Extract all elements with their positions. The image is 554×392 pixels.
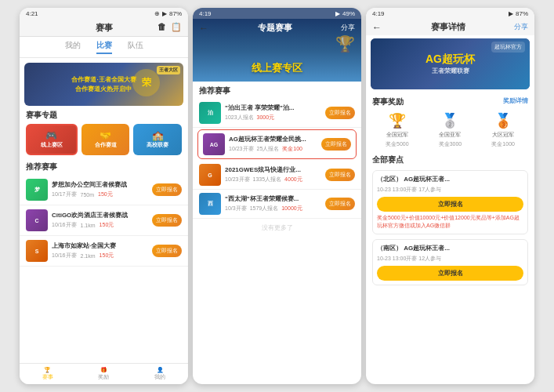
share-btn-2[interactable]: 分享 <box>341 23 355 33</box>
phone-screen-1: 4:21 ⊕ ▶ 87% 赛事 🗑 📋 我的 比赛 队伍 合作赛道·王者全国大赛… <box>20 8 188 384</box>
back-arrow-2[interactable]: ← <box>199 23 208 34</box>
bluetooth-icon: ⊕ <box>154 10 160 17</box>
tab-team[interactable]: 队伍 <box>128 40 143 54</box>
p2-name-2: AG超玩杯王者荣耀全民挑... <box>229 136 317 143</box>
reg-btn-south[interactable]: 立即报名 <box>377 266 523 281</box>
p2-meta-2: 10/23开赛 25人报名 奖金100 <box>229 145 317 153</box>
register-btn-3[interactable]: 立即报名 <box>152 245 182 257</box>
match-prize-1: 150元 <box>98 191 113 198</box>
p2-match-1: 泊 "泊出王者 享荣荣耀"泊... 1023人报名 3000元 立即报名 <box>193 99 361 128</box>
match-card-south-date: 10-23 13:00开赛 <box>377 256 417 261</box>
status-bar-2: 4:19 ▶ 49% <box>193 8 361 19</box>
all-matches-title: 全部赛点 <box>366 152 534 168</box>
banner-deco-2: 🏆 <box>335 34 355 53</box>
nav-title-1: 赛事 <box>96 23 113 32</box>
register-btn-2[interactable]: 立即报名 <box>152 214 182 227</box>
trophy-silver-label: 全国亚军 <box>439 131 461 139</box>
p2-register-4[interactable]: 立即报名 <box>325 198 355 210</box>
match-dist-1: 750m <box>81 192 95 198</box>
p2-register-1[interactable]: 立即报名 <box>325 107 355 119</box>
p2-name-4: "西太湖"杯王者荣耀候赛... <box>225 195 321 203</box>
p2-register-3[interactable]: 立即报名 <box>325 169 355 181</box>
trophy-gold-desc: 奖金5000 <box>386 140 409 148</box>
match-item-1: 梦 梦想加办公空间王者候赛战 10/17开赛 750m 150元 立即报名 <box>20 175 188 205</box>
phone3-banner: AG超玩杯 王者荣耀联赛 超玩杯官方 <box>371 38 530 89</box>
cat-online-label: 线上赛区 <box>41 141 63 149</box>
match-card-north-date: 10-23 13:00开赛 <box>377 187 417 192</box>
trophy-silver: 🥈 全国亚军 奖金3000 <box>439 112 462 148</box>
share-btn-3[interactable]: 分享 <box>514 22 528 32</box>
p2-prize-2: 奖金100 <box>282 145 302 153</box>
section-title-1: 赛事专题 <box>20 106 188 124</box>
trophy-gold: 🏆 全国冠军 奖金5000 <box>386 112 409 148</box>
p2-match-4: 西 "西太湖"杯王者荣耀候赛... 10/3开赛 1579人报名 10000元 … <box>193 190 361 219</box>
p2-participants-2: 25人报名 <box>257 145 280 153</box>
phone3-title: 赛事详情 <box>431 21 465 33</box>
match-item-2: C CitiGO欢尚酒店王者候赛战 10/16开赛 1.1km 150元 立即报… <box>20 205 188 236</box>
signal-icon: ▶ <box>162 10 167 17</box>
main-banner-1: 合作赛道·王者全国大赛合作赛道火热开启中 王者大区 荣 <box>24 63 183 106</box>
cat-online-icon: 🎮 <box>41 130 63 141</box>
match-card-south-participants: 12人参与 <box>418 256 441 261</box>
tab-row-1: 我的 比赛 队伍 <box>20 37 188 58</box>
match-name-1: 梦想加办公空间王者候赛战 <box>52 181 148 189</box>
nav-icons-1: 🗑 📋 <box>158 22 182 32</box>
banner-title-2: 线上赛专区 <box>252 61 302 75</box>
clipboard-icon[interactable]: 📋 <box>171 22 182 32</box>
phone2-top-nav: ← 专题赛事 分享 <box>193 19 361 37</box>
trophy-silver-icon: 🥈 <box>441 112 458 129</box>
category-row: 🎮 线上赛区 🤝 合作赛道 🏫 高校联赛 <box>20 124 188 159</box>
phone-screen-2: 4:19 ▶ 49% ← 专题赛事 分享 线上赛专区 🏆 推荐赛事 泊 "泊出王… <box>193 8 361 384</box>
match-card-north-region: （北区） <box>377 176 402 183</box>
prize-title: 赛事奖励 奖励详情 <box>372 96 528 107</box>
cat-college-icon: 🏫 <box>147 130 168 141</box>
register-btn-1[interactable]: 立即报名 <box>152 183 182 196</box>
trophy-gold-label: 全国冠军 <box>386 131 408 139</box>
cat-college-label: 高校联赛 <box>147 141 168 149</box>
match-item-3: S 上海市如家站·全国大赛 10/16开赛 2.1km 150元 立即报名 <box>20 236 188 267</box>
cat-partner-label: 合作赛道 <box>95 141 117 149</box>
prize-detail-link[interactable]: 奖励详情 <box>503 96 528 107</box>
match-card-north-title: （北区） AG超玩杯王者... <box>377 175 523 183</box>
time-1: 4:21 <box>26 10 38 17</box>
match-prize-3: 150元 <box>100 252 114 260</box>
trophy-bronze-icon: 🥉 <box>494 112 512 129</box>
status-icons-3: ▶ 87% <box>509 10 528 17</box>
match-date-1: 10/17开赛 <box>52 191 77 198</box>
back-arrow-3[interactable]: ← <box>372 22 382 33</box>
phone3-banner-badge: 超玩杯官方 <box>491 42 525 53</box>
tab-my[interactable]: 我的 <box>65 40 81 54</box>
banner-main-text: 合作赛道·王者全国大赛合作赛道火热开启中 <box>71 75 136 93</box>
trophy-bronze-label: 大区冠军 <box>492 131 514 139</box>
p2-prize-3: 4000元 <box>284 176 302 183</box>
nav-bar-3: ← 赛事详情 分享 <box>366 19 534 35</box>
prize-section-title: 赛事奖励 <box>372 96 404 107</box>
reg-btn-north[interactable]: 立即报名 <box>377 197 523 212</box>
delete-icon[interactable]: 🗑 <box>158 22 166 32</box>
cat-college[interactable]: 🏫 高校联赛 <box>133 124 182 155</box>
status-bar-3: 4:19 ▶ 87% <box>366 8 534 19</box>
cat-online[interactable]: 🎮 线上赛区 <box>26 124 78 155</box>
match-card-north-participants: 17人参与 <box>418 187 441 192</box>
trophy-silver-desc: 奖金3000 <box>439 140 462 148</box>
bottom-nav-gift[interactable]: 🎁奖励 <box>98 367 109 381</box>
tab-match[interactable]: 比赛 <box>96 40 112 54</box>
cat-partner[interactable]: 🤝 合作赛道 <box>81 124 130 155</box>
match-dist-2: 1.1km <box>81 223 96 228</box>
match-name-2: CitiGO欢尚酒店王者候赛战 <box>52 212 148 220</box>
bottom-nav-user[interactable]: 👤我的 <box>154 367 165 381</box>
match-meta-1: 10/17开赛 750m 150元 <box>52 191 148 198</box>
match-card-south-title: （南区） AG超玩杯王者... <box>377 244 523 252</box>
match-date-2: 10/16开赛 <box>52 221 77 229</box>
prize-desc-north: 奖金5000元+价值10000元+价值12000元奖品等+添加AG超玩杯官方微信… <box>377 214 523 230</box>
p2-meta-3: 10/23开赛 1335人报名 4000元 <box>225 176 321 183</box>
trophy-bronze-desc: 奖金1000 <box>491 140 515 148</box>
time-3: 4:19 <box>372 10 385 17</box>
bottom-nav-match[interactable]: 🏆赛事 <box>42 367 53 381</box>
p2-register-2[interactable]: 立即报名 <box>321 138 351 151</box>
match-name-3: 上海市如家站·全国大赛 <box>52 242 148 250</box>
recommend-title-2: 推荐赛事 <box>193 82 361 99</box>
p2-date-3: 10/23开赛 <box>225 176 250 183</box>
p2-match-2-highlighted: AG AG超玩杯王者荣耀全民挑... 10/23开赛 25人报名 奖金100 立… <box>197 129 357 159</box>
phone-screen-3: 4:19 ▶ 87% ← 赛事详情 分享 AG超玩杯 王者荣耀联赛 超玩杯官方 … <box>366 8 534 384</box>
